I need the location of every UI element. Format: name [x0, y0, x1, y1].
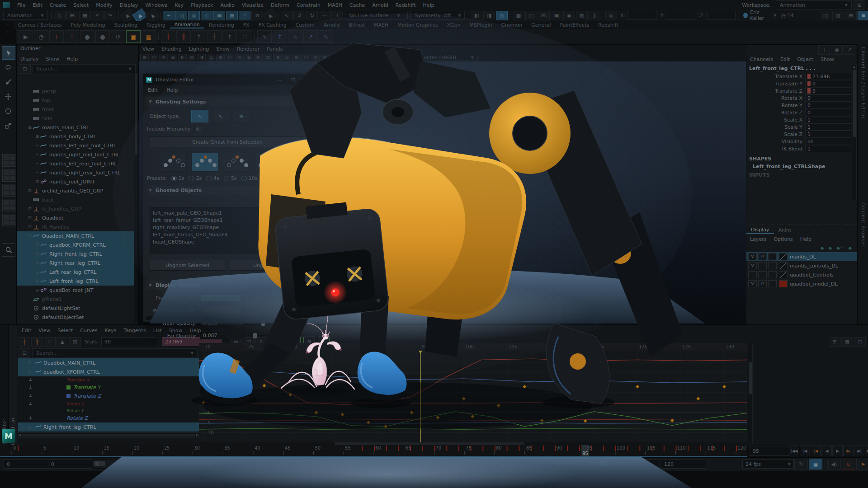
layer-reference-toggle[interactable] — [768, 253, 777, 260]
slider-handle[interactable] — [253, 333, 257, 338]
pin-icon[interactable] — [29, 385, 32, 390]
menu-edit[interactable]: Edit — [777, 56, 793, 62]
graph-editor-curve-view[interactable]: 7075808590951001051101151201251302520151… — [199, 343, 747, 446]
layer-color-swatch[interactable] — [779, 271, 788, 278]
layer-playback-toggle[interactable]: P — [758, 280, 767, 287]
select-key-icon[interactable]: ▲ — [57, 337, 68, 347]
colorspace-dropdown[interactable]: ACES 1.0 SDR-video (sRGB)▼ — [384, 54, 478, 61]
shelf-tab-bifrost[interactable]: Bifrost — [344, 22, 369, 28]
shelf-tab-poly-modeling[interactable]: Poly Modeling — [66, 22, 110, 28]
menu-show[interactable]: Show — [212, 46, 233, 52]
layer-color-swatch[interactable] — [779, 253, 788, 260]
tab-anim[interactable]: Anim — [774, 227, 796, 233]
far-opacity-field[interactable]: 0.087 — [200, 332, 244, 339]
key-up-icon[interactable]: ↑ — [192, 30, 206, 43]
graph-channel-quadbot-xform-ctrl[interactable]: ◦⊞quadbot_XFORM_CTRL — [18, 367, 199, 376]
animation-start-field[interactable]: 0 — [4, 460, 51, 469]
ghosted-object-item[interactable]: left_max_palp_GEO_Shape1 — [153, 210, 302, 217]
shelf-tab-arnold[interactable]: Arnold — [319, 22, 344, 28]
expand-toggle-icon[interactable]: ⊞ — [28, 425, 35, 429]
expand-toggle-icon[interactable]: ⊞ — [28, 361, 35, 365]
pin-icon[interactable] — [29, 378, 32, 382]
layout-graph-persp[interactable] — [2, 214, 17, 226]
maya-home-icon[interactable] — [3, 2, 10, 8]
layout-single-pane[interactable] — [2, 154, 17, 167]
outliner-item-top[interactable]: top — [17, 96, 139, 105]
outliner-item-quadbot_XFORM_CTRL[interactable]: ⊞quadbot_XFORM_CTRL — [17, 240, 139, 249]
ghosting-editor-dialog[interactable]: M Ghosting Editor — □ ✕ EditHelp ▼Ghosti… — [143, 74, 312, 322]
shelf-tab-rendering[interactable]: Rendering — [204, 22, 239, 28]
unghost-all-button[interactable]: Unghost All — [230, 260, 305, 271]
go-to-start-button[interactable]: |◀◀ — [789, 446, 799, 456]
volume-icon[interactable]: ◀) — [827, 459, 841, 469]
shelf-tab-fx[interactable]: FX — [239, 22, 254, 28]
undo-icon[interactable]: ↶ — [92, 11, 104, 20]
channel-box-scrollbar[interactable]: ▲ — [852, 65, 857, 201]
viewport-icon-19[interactable]: ▥ — [311, 54, 320, 61]
shelf-tab-curves-surfaces[interactable]: Curves / Surfaces — [14, 22, 66, 28]
display-options-section[interactable]: ▼Display Options — [146, 281, 309, 290]
layer-reference-toggle[interactable] — [768, 271, 777, 278]
layer-mantis_DL[interactable]: VPmantis_DL — [746, 252, 858, 261]
viewport-icon-8[interactable]: ⊡ — [207, 54, 215, 61]
menu-arnold[interactable]: Arnold — [368, 2, 392, 8]
channel-checkbox[interactable] — [66, 385, 71, 389]
save-scene-icon[interactable]: ▦ — [79, 11, 91, 20]
y-coordinate-input[interactable] — [667, 11, 696, 20]
layer-mantis_controls_DL[interactable]: Vmantis_controls_DL — [746, 261, 858, 270]
layout-outliner-persp[interactable] — [2, 199, 17, 211]
light-sphere-icon[interactable]: ◉ — [563, 11, 575, 20]
near-opacity-slider[interactable] — [247, 320, 305, 326]
preset-2s[interactable]: 2s — [184, 175, 202, 181]
maximize-icon[interactable]: □ — [286, 77, 299, 83]
move-nearest-key-icon[interactable]: ┼ — [19, 337, 30, 347]
motion-trail-icon[interactable]: ◔ — [34, 30, 48, 43]
shelf-tab-redshift[interactable]: Redshift — [594, 22, 623, 28]
preset-4s[interactable]: 4s — [202, 175, 219, 181]
grid-toggle-icon[interactable]: ▤ — [845, 11, 857, 20]
layout-split-pane[interactable] — [2, 184, 17, 197]
close-icon[interactable]: ✕ — [299, 77, 309, 83]
layout-four-pane[interactable] — [2, 169, 17, 182]
ghost-pattern-before-after[interactable] — [191, 153, 218, 172]
layer-reference-toggle[interactable] — [768, 280, 777, 287]
x-coordinate-input[interactable] — [627, 11, 656, 20]
outliner-item-mantis_right_rear_foot_CTRL[interactable]: •mantis_right_rear_foot_CTRL — [17, 168, 139, 177]
expand-toggle-icon[interactable]: • — [34, 143, 40, 148]
shelf-tab-painteffects[interactable]: PaintEffects — [556, 22, 594, 28]
layer-new-empty-icon[interactable]: ◆+ — [836, 245, 844, 250]
graph-channel-quadbot-main-ctrl[interactable]: ◦⊞Quadbot_MAIN_CTRL — [18, 358, 199, 367]
key-alert-icon[interactable]: ! — [49, 30, 64, 43]
redo-icon[interactable]: ↷ — [104, 11, 116, 20]
outliner-item-mantis_body_CTRL[interactable]: ⊞mantis_body_CTRL — [17, 132, 139, 141]
radio-icon[interactable] — [206, 176, 212, 181]
viewport-icon-12[interactable]: ⊞ — [245, 54, 253, 61]
outliner-item-Left_front_leg_CTRL[interactable]: ⊞Left_front_leg_CTRL — [17, 277, 139, 286]
lasso-tool[interactable] — [2, 61, 14, 74]
pre-frame-color-slider[interactable] — [245, 295, 305, 301]
shelf-tab-msplugin[interactable]: MSPlugin — [465, 22, 496, 28]
graph-channel-right-front-leg-ctrl[interactable]: ◦⊞Right_front_leg_CTRL — [18, 422, 199, 432]
ghost-pattern-before[interactable] — [160, 153, 187, 172]
history-ccw-icon[interactable]: ↺ — [293, 11, 305, 20]
graph-search-input[interactable]: Search...▼ — [32, 348, 198, 357]
menu-panels[interactable]: Panels — [263, 46, 286, 52]
menu-help[interactable]: Help — [63, 56, 81, 62]
step-forward-key-button[interactable]: ▶| — [843, 446, 854, 456]
construction-curve-icon[interactable]: ∿ — [281, 11, 292, 20]
create-ghost-button[interactable]: Create Ghost from Selection — [150, 136, 305, 147]
pin-icon[interactable] — [29, 394, 32, 399]
channel-value-field[interactable]: 21.696 — [805, 73, 851, 80]
pause-icon[interactable]: ‖ — [589, 11, 600, 20]
snap-plane-icon[interactable]: ◇ — [201, 11, 212, 20]
shape-name[interactable]: Left_front_leg_CTRLShape — [746, 163, 858, 170]
range-start-field[interactable]: 0 — [48, 460, 95, 469]
expand-toggle-icon[interactable]: • — [34, 152, 40, 157]
outliner-item-Left_rear_leg_CTRL[interactable]: ⊞Left_rear_leg_CTRL — [17, 267, 139, 277]
viewport-icon-17[interactable]: ▦ — [292, 54, 301, 61]
user-account-menu[interactable]: Eric Keller▼ — [741, 9, 776, 21]
menu-options[interactable]: Options — [770, 236, 796, 242]
graph-filter-icon[interactable]: ⊡ — [19, 348, 30, 358]
edit-notes-icon[interactable]: ↗ — [844, 45, 855, 55]
viewport-icon-9[interactable]: ▦ — [216, 54, 225, 61]
